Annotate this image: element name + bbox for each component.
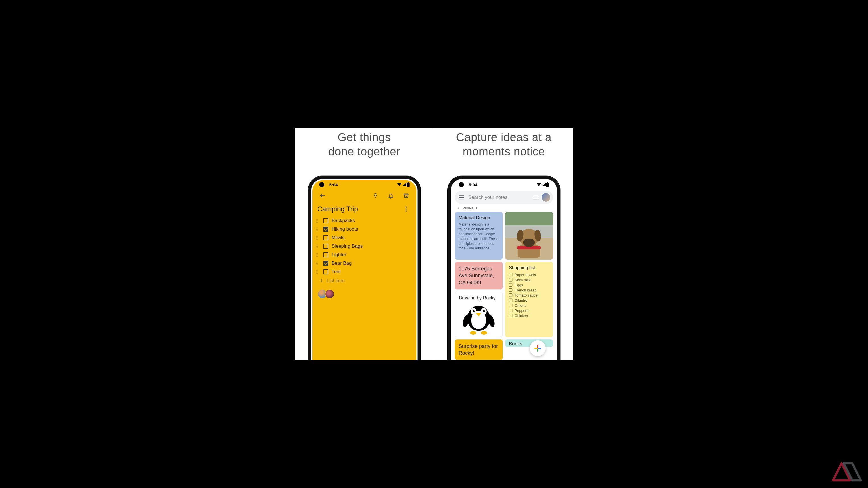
panel-right: Capture ideas at a moments notice 5:04 bbox=[434, 128, 573, 360]
shopping-item-label: French bread bbox=[515, 288, 536, 292]
wifi-icon bbox=[397, 183, 402, 186]
shopping-item-label: Cilantro bbox=[515, 298, 528, 302]
drag-handle-icon[interactable] bbox=[316, 253, 320, 257]
checkbox[interactable] bbox=[509, 314, 513, 317]
panel-left: Get things done together 5:04 bbox=[295, 128, 434, 360]
checkbox[interactable] bbox=[323, 227, 328, 232]
shopping-item[interactable]: Onions bbox=[509, 303, 549, 308]
shopping-item[interactable]: Peppers bbox=[509, 308, 549, 313]
shopping-item[interactable]: Tomato sauce bbox=[509, 293, 549, 298]
keep-home-screen: 5:04 Search your notes bbox=[452, 180, 556, 360]
status-bar: 5:04 bbox=[312, 180, 416, 189]
shopping-item-label: Peppers bbox=[515, 308, 528, 313]
checkbox[interactable] bbox=[323, 261, 328, 266]
collaborators bbox=[312, 286, 416, 302]
status-bar: 5:04 bbox=[452, 180, 556, 189]
checklist-item-label: Lighter bbox=[332, 252, 346, 258]
keep-note-screen: 5:04 bbox=[312, 180, 416, 360]
front-camera bbox=[319, 182, 324, 187]
note-card-surprise[interactable]: Surprise party for Rocky! bbox=[455, 339, 503, 360]
shopping-item[interactable]: Chicken bbox=[509, 313, 549, 318]
checkbox[interactable] bbox=[509, 288, 513, 292]
shopping-item[interactable]: Skim milk bbox=[509, 277, 549, 282]
new-note-fab[interactable] bbox=[530, 340, 546, 356]
shopping-item[interactable]: Cilantro bbox=[509, 298, 549, 303]
checklist-item[interactable]: Sleeping Bags bbox=[316, 242, 412, 251]
drag-handle-icon[interactable] bbox=[316, 236, 320, 240]
checklist-item-label: Tent bbox=[332, 269, 341, 275]
dog-photo bbox=[505, 212, 553, 260]
shopping-item[interactable]: Paper towels bbox=[509, 272, 549, 277]
checkbox[interactable] bbox=[509, 283, 513, 287]
back-button[interactable] bbox=[317, 191, 328, 201]
menu-icon[interactable] bbox=[458, 194, 465, 200]
checkbox[interactable] bbox=[323, 244, 328, 249]
pin-icon[interactable] bbox=[370, 191, 380, 201]
note-card-material[interactable]: Material Design Material design is a fou… bbox=[455, 212, 503, 260]
notes-grid: Material Design Material design is a fou… bbox=[452, 212, 556, 360]
drag-handle-icon[interactable] bbox=[316, 245, 320, 248]
checkbox[interactable] bbox=[323, 252, 328, 257]
note-card-shopping[interactable]: Shopping list Paper towelsSkim milkEggsF… bbox=[505, 262, 553, 337]
checklist-item[interactable]: Bear Bag bbox=[316, 259, 412, 268]
drag-handle-icon[interactable] bbox=[316, 262, 320, 265]
status-time: 5:04 bbox=[330, 182, 338, 187]
note-card-image[interactable] bbox=[505, 212, 553, 260]
headline-right: Capture ideas at a moments notice bbox=[456, 130, 552, 159]
shopping-item-label: Paper towels bbox=[515, 273, 536, 277]
shopping-item-label: Tomato sauce bbox=[515, 293, 538, 297]
more-icon[interactable] bbox=[401, 204, 411, 214]
note-card-drawing[interactable]: Drawing by Rocky bbox=[455, 292, 503, 337]
account-avatar[interactable] bbox=[542, 193, 550, 202]
checkbox[interactable] bbox=[509, 273, 513, 276]
checklist-item[interactable]: Hiking boots bbox=[316, 225, 412, 233]
search-placeholder: Search your notes bbox=[468, 195, 530, 200]
checkbox[interactable] bbox=[509, 293, 513, 297]
archive-icon[interactable] bbox=[401, 191, 411, 201]
reminder-icon[interactable] bbox=[386, 191, 396, 201]
add-list-item[interactable]: + List item bbox=[312, 276, 416, 286]
checkbox[interactable] bbox=[509, 309, 513, 312]
card-body: Surprise party for Rocky! bbox=[459, 344, 498, 356]
search-bar[interactable]: Search your notes bbox=[455, 191, 553, 204]
shopping-item[interactable]: French bread bbox=[509, 288, 549, 293]
front-camera bbox=[459, 182, 464, 187]
svg-rect-1 bbox=[404, 194, 408, 195]
card-body: Material design is a foundation upon whi… bbox=[459, 222, 499, 251]
checkbox[interactable] bbox=[509, 278, 513, 282]
card-title: Drawing by Rocky bbox=[459, 295, 498, 300]
shopping-list: Paper towelsSkim milkEggsFrench breadTom… bbox=[509, 272, 549, 318]
status-time: 5:04 bbox=[469, 182, 477, 187]
avatar[interactable] bbox=[325, 289, 335, 299]
card-body: 1175 Borregas Ave Sunnyvale, CA 94089 bbox=[459, 266, 494, 286]
shopping-item[interactable]: Eggs bbox=[509, 282, 549, 288]
card-title: Books bbox=[509, 341, 522, 347]
note-card-books-partial[interactable]: Books bbox=[505, 339, 553, 347]
checklist-item-label: Backpacks bbox=[332, 218, 355, 224]
androidpolice-logo bbox=[820, 459, 863, 485]
signal-icon bbox=[542, 183, 546, 186]
checklist-item-label: Sleeping Bags bbox=[332, 243, 363, 249]
checklist-item-label: Bear Bag bbox=[332, 260, 352, 266]
checkbox[interactable] bbox=[323, 218, 328, 223]
note-title[interactable]: Camping Trip bbox=[317, 205, 358, 213]
drag-handle-icon[interactable] bbox=[316, 270, 320, 274]
checklist-item[interactable]: Lighter bbox=[316, 251, 412, 259]
plus-icon bbox=[534, 345, 541, 352]
checklist-item[interactable]: Meals bbox=[316, 233, 412, 242]
drag-handle-icon[interactable] bbox=[316, 228, 320, 231]
add-item-placeholder: List item bbox=[327, 278, 344, 284]
note-title-row: Camping Trip bbox=[312, 202, 416, 216]
checklist-item[interactable]: Tent bbox=[316, 268, 412, 276]
drag-handle-icon[interactable] bbox=[316, 219, 320, 223]
card-title: Shopping list bbox=[509, 265, 549, 270]
promo-stage: Get things done together 5:04 bbox=[295, 128, 573, 360]
checkbox[interactable] bbox=[509, 304, 513, 307]
checkbox[interactable] bbox=[509, 298, 513, 302]
battery-icon bbox=[407, 183, 409, 187]
checkbox[interactable] bbox=[323, 235, 328, 240]
checkbox[interactable] bbox=[323, 269, 328, 274]
note-card-address[interactable]: 1175 Borregas Ave Sunnyvale, CA 94089 bbox=[455, 262, 503, 289]
checklist-item[interactable]: Backpacks bbox=[316, 217, 412, 225]
view-toggle-icon[interactable] bbox=[534, 196, 538, 199]
